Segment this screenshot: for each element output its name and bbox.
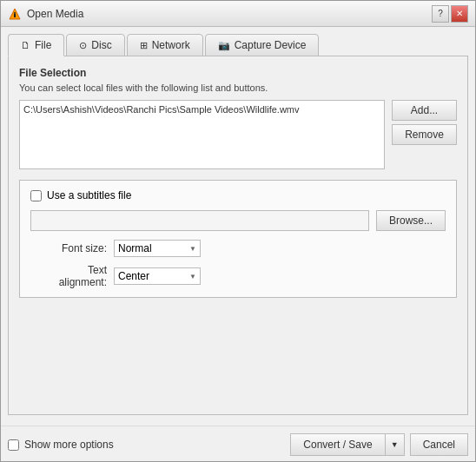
tab-capture[interactable]: 📷 Capture Device (205, 34, 320, 56)
file-list-item: C:\Users\Ashish\Videos\Ranchi Pics\Sampl… (23, 104, 380, 115)
convert-save-group: Convert / Save ▼ (290, 433, 404, 456)
tab-bar: 🗋 File ⊙ Disc ⊞ Network 📷 Capture Device (8, 34, 468, 56)
tab-network[interactable]: ⊞ Network (127, 34, 203, 56)
cancel-button[interactable]: Cancel (410, 433, 468, 456)
font-size-label: Font size: (37, 242, 107, 254)
dropdown-arrow-icon: ▼ (391, 440, 399, 449)
font-size-row: Font size: Normal Small Large Huge (37, 240, 446, 257)
convert-save-dropdown-arrow[interactable]: ▼ (385, 433, 405, 456)
show-more-options-row: Show more options (8, 439, 114, 451)
window-title: Open Media (27, 8, 432, 20)
subtitle-file-input[interactable] (30, 210, 369, 231)
show-more-label[interactable]: Show more options (24, 439, 114, 451)
title-bar-controls: ? ✕ (432, 5, 468, 23)
subtitle-checkbox[interactable] (30, 190, 42, 201)
tab-file[interactable]: 🗋 File (8, 34, 64, 56)
subtitle-check-row: Use a subtitles file (30, 189, 446, 201)
subtitle-file-row: Browse... (30, 210, 446, 231)
svg-point-2 (14, 12, 16, 14)
convert-save-button[interactable]: Convert / Save (290, 433, 384, 456)
add-button[interactable]: Add... (392, 100, 457, 121)
text-align-select[interactable]: Center Left Right (114, 267, 201, 285)
open-media-dialog: Open Media ? ✕ 🗋 File ⊙ Disc ⊞ Network 📷… (0, 0, 476, 462)
network-tab-icon: ⊞ (140, 40, 148, 51)
bottom-buttons: Convert / Save ▼ Cancel (290, 433, 468, 456)
text-align-label: Text alignment: (37, 264, 107, 288)
tab-disc[interactable]: ⊙ Disc (66, 34, 124, 56)
subtitle-options: Font size: Normal Small Large Huge Text … (30, 240, 446, 288)
file-tab-icon: 🗋 (21, 40, 30, 50)
file-selection-desc: You can select local files with the foll… (19, 82, 457, 93)
text-align-select-wrapper: Center Left Right (114, 267, 201, 285)
disc-tab-icon: ⊙ (79, 40, 87, 51)
file-tab-panel: File Selection You can select local file… (8, 56, 468, 415)
vlc-icon (8, 7, 22, 21)
font-size-select[interactable]: Normal Small Large Huge (114, 240, 201, 257)
capture-tab-icon: 📷 (218, 40, 230, 51)
browse-button[interactable]: Browse... (376, 210, 446, 231)
title-bar: Open Media ? ✕ (1, 1, 475, 27)
font-size-select-wrapper: Normal Small Large Huge (114, 240, 201, 257)
bottom-bar: Show more options Convert / Save ▼ Cance… (1, 426, 475, 461)
help-button[interactable]: ? (432, 5, 449, 23)
text-align-row: Text alignment: Center Left Right (37, 264, 446, 288)
file-selection-title: File Selection (19, 67, 457, 79)
file-list-box: C:\Users\Ashish\Videos\Ranchi Pics\Sampl… (19, 100, 385, 169)
show-more-checkbox[interactable] (8, 439, 19, 451)
file-list-buttons: Add... Remove (392, 100, 457, 169)
subtitle-checkbox-label[interactable]: Use a subtitles file (47, 189, 131, 201)
file-list-area: C:\Users\Ashish\Videos\Ranchi Pics\Sampl… (19, 100, 457, 169)
dialog-content: 🗋 File ⊙ Disc ⊞ Network 📷 Capture Device… (1, 27, 475, 422)
subtitle-section: Use a subtitles file Browse... Font size… (19, 180, 457, 298)
svg-rect-1 (14, 14, 16, 17)
close-button[interactable]: ✕ (451, 5, 468, 23)
remove-button[interactable]: Remove (392, 124, 457, 145)
